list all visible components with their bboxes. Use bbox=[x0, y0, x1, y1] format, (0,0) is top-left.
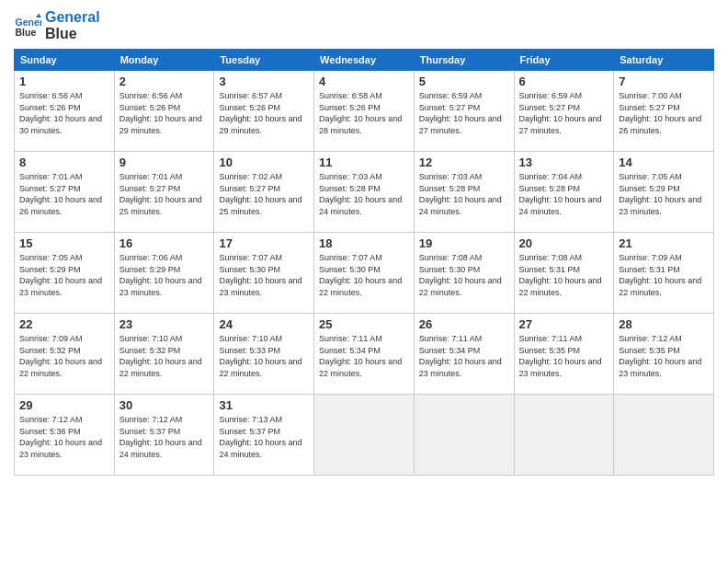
sunrise-label: Sunrise: 7:10 AM bbox=[119, 334, 183, 343]
day-number: 25 bbox=[319, 317, 409, 331]
sunset-label: Sunset: 5:37 PM bbox=[119, 427, 181, 436]
day-cell-26: 26 Sunrise: 7:11 AM Sunset: 5:34 PM Dayl… bbox=[414, 314, 514, 395]
day-number: 13 bbox=[519, 155, 609, 169]
day-info: Sunrise: 6:59 AM Sunset: 5:27 PM Dayligh… bbox=[519, 90, 609, 136]
sunrise-label: Sunrise: 6:59 AM bbox=[519, 91, 583, 100]
day-cell-7: 7 Sunrise: 7:00 AM Sunset: 5:27 PM Dayli… bbox=[614, 71, 714, 152]
day-cell-3: 3 Sunrise: 6:57 AM Sunset: 5:26 PM Dayli… bbox=[214, 71, 314, 152]
sunset-label: Sunset: 5:36 PM bbox=[19, 427, 81, 436]
daylight-label: Daylight: 10 hours and 22 minutes. bbox=[419, 276, 502, 297]
sunrise-label: Sunrise: 7:00 AM bbox=[619, 91, 682, 100]
week-row-2: 8 Sunrise: 7:01 AM Sunset: 5:27 PM Dayli… bbox=[15, 152, 714, 233]
sunrise-label: Sunrise: 7:12 AM bbox=[119, 415, 183, 424]
sunrise-label: Sunrise: 7:01 AM bbox=[19, 172, 83, 181]
sunrise-label: Sunrise: 7:01 AM bbox=[119, 172, 183, 181]
day-info: Sunrise: 7:12 AM Sunset: 5:35 PM Dayligh… bbox=[619, 333, 709, 379]
daylight-label: Daylight: 10 hours and 27 minutes. bbox=[419, 114, 502, 135]
daylight-label: Daylight: 10 hours and 29 minutes. bbox=[119, 114, 202, 135]
sunrise-label: Sunrise: 6:57 AM bbox=[219, 91, 282, 100]
day-info: Sunrise: 7:07 AM Sunset: 5:30 PM Dayligh… bbox=[319, 252, 409, 298]
day-number: 27 bbox=[519, 317, 609, 331]
day-info: Sunrise: 7:10 AM Sunset: 5:33 PM Dayligh… bbox=[219, 333, 309, 379]
sunset-label: Sunset: 5:27 PM bbox=[119, 184, 181, 193]
day-info: Sunrise: 7:09 AM Sunset: 5:32 PM Dayligh… bbox=[19, 333, 109, 379]
sunset-label: Sunset: 5:32 PM bbox=[119, 346, 181, 355]
daylight-label: Daylight: 10 hours and 25 minutes. bbox=[119, 195, 202, 216]
day-cell-22: 22 Sunrise: 7:09 AM Sunset: 5:32 PM Dayl… bbox=[15, 314, 115, 395]
day-info: Sunrise: 7:11 AM Sunset: 5:34 PM Dayligh… bbox=[319, 333, 409, 379]
daylight-label: Daylight: 10 hours and 29 minutes. bbox=[219, 114, 301, 135]
sunset-label: Sunset: 5:29 PM bbox=[619, 184, 680, 193]
sunrise-label: Sunrise: 7:12 AM bbox=[619, 334, 682, 343]
weekday-header-tuesday: Tuesday bbox=[214, 50, 314, 71]
sunrise-label: Sunrise: 7:10 AM bbox=[219, 334, 282, 343]
day-cell-9: 9 Sunrise: 7:01 AM Sunset: 5:27 PM Dayli… bbox=[114, 152, 214, 233]
daylight-label: Daylight: 10 hours and 23 minutes. bbox=[619, 195, 701, 216]
sunset-label: Sunset: 5:27 PM bbox=[219, 184, 280, 193]
day-cell-10: 10 Sunrise: 7:02 AM Sunset: 5:27 PM Dayl… bbox=[214, 152, 314, 233]
day-number: 3 bbox=[219, 75, 309, 88]
logo-blue: Blue bbox=[45, 26, 100, 42]
day-number: 17 bbox=[219, 236, 309, 250]
day-cell-12: 12 Sunrise: 7:03 AM Sunset: 5:28 PM Dayl… bbox=[414, 152, 514, 233]
day-cell-30: 30 Sunrise: 7:12 AM Sunset: 5:37 PM Dayl… bbox=[114, 395, 214, 476]
daylight-label: Daylight: 10 hours and 24 minutes. bbox=[119, 438, 202, 459]
daylight-label: Daylight: 10 hours and 26 minutes. bbox=[19, 195, 102, 216]
day-number: 21 bbox=[619, 236, 709, 250]
day-info: Sunrise: 7:01 AM Sunset: 5:27 PM Dayligh… bbox=[119, 171, 210, 217]
daylight-label: Daylight: 10 hours and 26 minutes. bbox=[619, 114, 701, 135]
day-cell-29: 29 Sunrise: 7:12 AM Sunset: 5:36 PM Dayl… bbox=[15, 395, 115, 476]
sunrise-label: Sunrise: 7:07 AM bbox=[219, 253, 282, 262]
day-info: Sunrise: 7:10 AM Sunset: 5:32 PM Dayligh… bbox=[119, 333, 210, 379]
day-number: 7 bbox=[619, 75, 709, 88]
day-number: 18 bbox=[319, 236, 409, 250]
day-info: Sunrise: 7:02 AM Sunset: 5:27 PM Dayligh… bbox=[219, 171, 309, 217]
sunset-label: Sunset: 5:31 PM bbox=[619, 265, 680, 274]
daylight-label: Daylight: 10 hours and 28 minutes. bbox=[319, 114, 402, 135]
logo: General Blue General Blue bbox=[14, 9, 100, 41]
day-info: Sunrise: 7:05 AM Sunset: 5:29 PM Dayligh… bbox=[619, 171, 709, 217]
daylight-label: Daylight: 10 hours and 24 minutes. bbox=[319, 195, 402, 216]
sunrise-label: Sunrise: 7:05 AM bbox=[19, 253, 83, 262]
sunrise-label: Sunrise: 6:58 AM bbox=[319, 91, 382, 100]
sunset-label: Sunset: 5:33 PM bbox=[219, 346, 280, 355]
sunset-label: Sunset: 5:28 PM bbox=[419, 184, 481, 193]
day-number: 10 bbox=[219, 155, 309, 169]
daylight-label: Daylight: 10 hours and 22 minutes. bbox=[619, 276, 701, 297]
daylight-label: Daylight: 10 hours and 25 minutes. bbox=[219, 195, 301, 216]
day-info: Sunrise: 7:09 AM Sunset: 5:31 PM Dayligh… bbox=[619, 252, 709, 298]
day-info: Sunrise: 7:12 AM Sunset: 5:36 PM Dayligh… bbox=[19, 414, 109, 460]
day-info: Sunrise: 7:03 AM Sunset: 5:28 PM Dayligh… bbox=[419, 171, 509, 217]
daylight-label: Daylight: 10 hours and 27 minutes. bbox=[519, 114, 602, 135]
day-number: 6 bbox=[519, 75, 609, 88]
sunset-label: Sunset: 5:28 PM bbox=[519, 184, 581, 193]
empty-cell bbox=[314, 395, 415, 476]
day-cell-5: 5 Sunrise: 6:59 AM Sunset: 5:27 PM Dayli… bbox=[414, 71, 514, 152]
day-info: Sunrise: 7:04 AM Sunset: 5:28 PM Dayligh… bbox=[519, 171, 609, 217]
calendar-container: General Blue General Blue SundayMondayTu… bbox=[0, 0, 728, 563]
sunrise-label: Sunrise: 7:07 AM bbox=[319, 253, 382, 262]
day-info: Sunrise: 6:59 AM Sunset: 5:27 PM Dayligh… bbox=[419, 90, 509, 136]
day-cell-1: 1 Sunrise: 6:56 AM Sunset: 5:26 PM Dayli… bbox=[15, 71, 115, 152]
sunrise-label: Sunrise: 7:08 AM bbox=[519, 253, 583, 262]
day-cell-28: 28 Sunrise: 7:12 AM Sunset: 5:35 PM Dayl… bbox=[614, 314, 714, 395]
sunset-label: Sunset: 5:26 PM bbox=[19, 103, 81, 112]
day-cell-8: 8 Sunrise: 7:01 AM Sunset: 5:27 PM Dayli… bbox=[15, 152, 115, 233]
day-cell-11: 11 Sunrise: 7:03 AM Sunset: 5:28 PM Dayl… bbox=[314, 152, 415, 233]
day-info: Sunrise: 7:08 AM Sunset: 5:30 PM Dayligh… bbox=[419, 252, 509, 298]
day-cell-2: 2 Sunrise: 6:56 AM Sunset: 5:26 PM Dayli… bbox=[114, 71, 214, 152]
calendar-table: SundayMondayTuesdayWednesdayThursdayFrid… bbox=[14, 49, 714, 476]
sunset-label: Sunset: 5:29 PM bbox=[19, 265, 81, 274]
day-cell-25: 25 Sunrise: 7:11 AM Sunset: 5:34 PM Dayl… bbox=[314, 314, 415, 395]
day-number: 26 bbox=[419, 317, 509, 331]
day-number: 15 bbox=[19, 236, 109, 250]
day-info: Sunrise: 7:12 AM Sunset: 5:37 PM Dayligh… bbox=[119, 414, 210, 460]
day-info: Sunrise: 7:05 AM Sunset: 5:29 PM Dayligh… bbox=[19, 252, 109, 298]
sunrise-label: Sunrise: 6:56 AM bbox=[19, 91, 83, 100]
sunset-label: Sunset: 5:32 PM bbox=[19, 346, 81, 355]
day-number: 24 bbox=[219, 317, 309, 331]
sunset-label: Sunset: 5:29 PM bbox=[119, 265, 181, 274]
day-cell-4: 4 Sunrise: 6:58 AM Sunset: 5:26 PM Dayli… bbox=[314, 71, 415, 152]
daylight-label: Daylight: 10 hours and 30 minutes. bbox=[19, 114, 102, 135]
header: General Blue General Blue bbox=[14, 9, 714, 41]
